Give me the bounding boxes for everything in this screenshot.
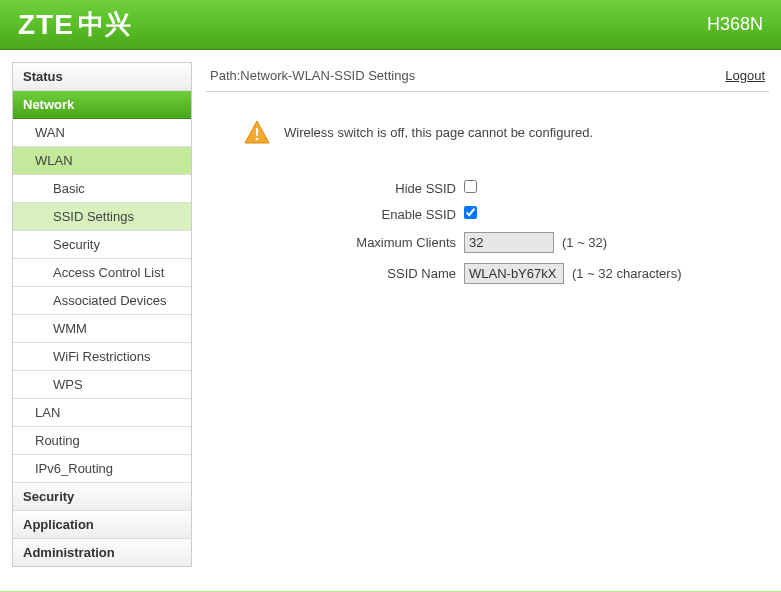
breadcrumb-bar: Path:Network-WLAN-SSID Settings Logout [206,62,769,92]
ssid-name-row: SSID Name (1 ~ 32 characters) [206,263,769,284]
hide-ssid-label: Hide SSID [206,181,456,196]
logout-link[interactable]: Logout [725,68,765,83]
brand-text-en: ZTE [18,9,74,41]
sidebar-item-acl[interactable]: Access Control List [13,259,191,287]
warning-text: Wireless switch is off, this page cannot… [284,125,593,140]
sidebar-item-basic[interactable]: Basic [13,175,191,203]
header-bar: ZTE中兴 H368N [0,0,781,50]
max-clients-input[interactable] [464,232,554,253]
sidebar-item-routing[interactable]: Routing [13,427,191,455]
sidebar-item-network[interactable]: Network [13,91,191,119]
sidebar: Status Network WAN WLAN Basic SSID Setti… [12,62,192,567]
sidebar-item-wmm[interactable]: WMM [13,315,191,343]
sidebar-item-security[interactable]: Security [13,231,191,259]
sidebar-item-status[interactable]: Status [13,63,191,91]
sidebar-item-ipv6-routing[interactable]: IPv6_Routing [13,455,191,483]
warning-icon [244,120,270,144]
content-area: Path:Network-WLAN-SSID Settings Logout W… [206,62,769,567]
brand-logo: ZTE中兴 [18,7,132,42]
ssid-name-hint: (1 ~ 32 characters) [572,266,681,281]
svg-point-2 [256,138,259,141]
sidebar-item-wlan[interactable]: WLAN [13,147,191,175]
ssid-form: Hide SSID Enable SSID Maximum Clients (1… [206,180,769,284]
ssid-name-input[interactable] [464,263,564,284]
warning-row: Wireless switch is off, this page cannot… [244,120,769,144]
sidebar-item-administration[interactable]: Administration [13,539,191,566]
breadcrumb-text: Path:Network-WLAN-SSID Settings [210,68,415,83]
hide-ssid-row: Hide SSID [206,180,769,196]
enable-ssid-row: Enable SSID [206,206,769,222]
hide-ssid-checkbox[interactable] [464,180,477,193]
sidebar-item-wifi-restrictions[interactable]: WiFi Restrictions [13,343,191,371]
ssid-name-label: SSID Name [206,266,456,281]
svg-rect-1 [256,128,258,136]
enable-ssid-checkbox[interactable] [464,206,477,219]
sidebar-item-application[interactable]: Application [13,511,191,539]
sidebar-item-wps[interactable]: WPS [13,371,191,399]
max-clients-hint: (1 ~ 32) [562,235,607,250]
max-clients-label: Maximum Clients [206,235,456,250]
enable-ssid-label: Enable SSID [206,207,456,222]
sidebar-item-ssid-settings[interactable]: SSID Settings [13,203,191,231]
model-label: H368N [707,14,763,35]
sidebar-item-associated-devices[interactable]: Associated Devices [13,287,191,315]
sidebar-item-security-top[interactable]: Security [13,483,191,511]
brand-text-cn: 中兴 [78,7,132,42]
sidebar-item-wan[interactable]: WAN [13,119,191,147]
sidebar-item-lan[interactable]: LAN [13,399,191,427]
max-clients-row: Maximum Clients (1 ~ 32) [206,232,769,253]
